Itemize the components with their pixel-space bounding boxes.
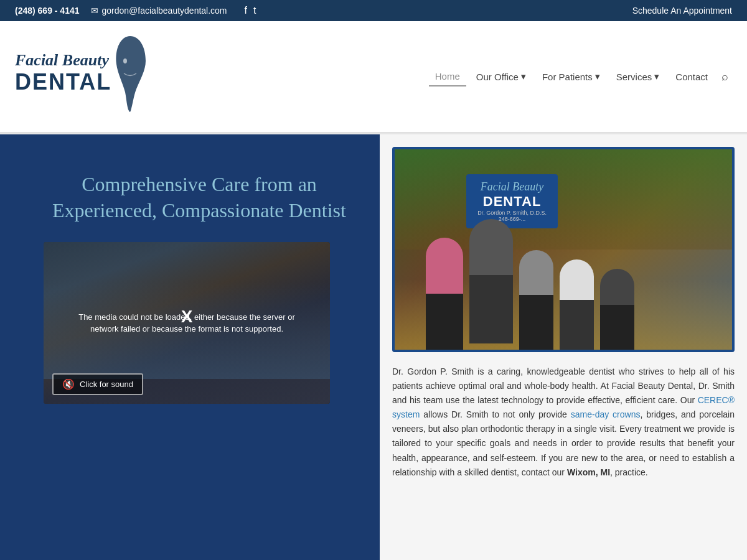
- main-nav: Home Our Office ▾ For Patients ▾ Service…: [429, 67, 732, 87]
- nav-for-patients-label: For Patients: [542, 72, 593, 82]
- for-patients-dropdown-arrow: ▾: [595, 71, 600, 82]
- person-3-silhouette: [519, 250, 553, 350]
- email-address[interactable]: gordon@facialbeautydental.com: [102, 6, 227, 16]
- sign-subtext: Dr. Gordon P. Smith, D.D.S.: [477, 210, 547, 216]
- person-4-silhouette: [560, 259, 594, 350]
- video-container: X The media could not be loaded, either …: [44, 242, 330, 404]
- logo-text-bottom: DENTAL: [15, 69, 111, 95]
- person-5-silhouette: [600, 269, 634, 350]
- person-2-silhouette: [469, 219, 513, 343]
- twitter-icon[interactable]: t: [253, 5, 256, 16]
- nav-home[interactable]: Home: [429, 67, 466, 86]
- sound-button-label: Click for sound: [80, 380, 133, 389]
- email-info: ✉ gordon@facialbeautydental.com: [91, 6, 227, 16]
- phone-number: (248) 669 - 4141: [15, 6, 80, 16]
- envelope-icon: ✉: [91, 6, 98, 16]
- nav-services[interactable]: Services ▾: [610, 67, 666, 86]
- nav-our-office[interactable]: Our Office ▾: [470, 67, 532, 86]
- video-close-button[interactable]: X: [181, 307, 193, 327]
- logo: Facial Beauty DENTAL: [15, 33, 429, 120]
- right-panel: Facial Beauty DENTAL Dr. Gordon P. Smith…: [380, 134, 747, 560]
- nav-contact[interactable]: Contact: [669, 68, 714, 86]
- hero-title: Comprehensive Care from an Experienced, …: [44, 172, 355, 223]
- top-bar: (248) 669 - 4141 ✉ gordon@facialbeautyde…: [0, 0, 747, 21]
- sign-text-top: Facial Beauty: [477, 180, 547, 194]
- social-icons: f t: [245, 5, 256, 16]
- sound-button[interactable]: 🔇 Click for sound: [52, 373, 143, 395]
- schedule-appointment-button[interactable]: Schedule An Appointment: [632, 6, 732, 16]
- location-text: Wixom, MI: [567, 467, 610, 477]
- svg-point-0: [123, 58, 127, 63]
- mute-icon: 🔇: [62, 378, 75, 390]
- dental-office-photo: Facial Beauty DENTAL Dr. Gordon P. Smith…: [392, 147, 735, 352]
- cerec-link[interactable]: CEREC® system: [392, 395, 735, 419]
- person-1-silhouette: [426, 238, 463, 350]
- sign-text-bottom: DENTAL: [477, 194, 547, 210]
- same-day-crowns-link[interactable]: same-day crowns: [571, 409, 641, 419]
- main-content: Comprehensive Care from an Experienced, …: [0, 134, 747, 560]
- contact-info: (248) 669 - 4141 ✉ gordon@facialbeautyde…: [15, 5, 632, 16]
- logo-image: Facial Beauty DENTAL: [15, 33, 152, 120]
- facebook-icon[interactable]: f: [245, 5, 247, 16]
- nav-our-office-label: Our Office: [476, 72, 519, 82]
- logo-face-icon: [111, 33, 149, 114]
- nav-bar: Facial Beauty DENTAL Home Our Office ▾ F…: [0, 21, 747, 133]
- nav-services-label: Services: [616, 72, 652, 82]
- logo-text-top: Facial Beauty: [15, 52, 111, 70]
- description-text: Dr. Gordon P. Smith is a caring, knowled…: [392, 365, 735, 480]
- left-panel: Comprehensive Care from an Experienced, …: [0, 134, 380, 560]
- our-office-dropdown-arrow: ▾: [521, 71, 526, 82]
- nav-for-patients[interactable]: For Patients ▾: [536, 67, 606, 86]
- services-dropdown-arrow: ▾: [654, 71, 659, 82]
- search-button[interactable]: ⌕: [718, 67, 732, 87]
